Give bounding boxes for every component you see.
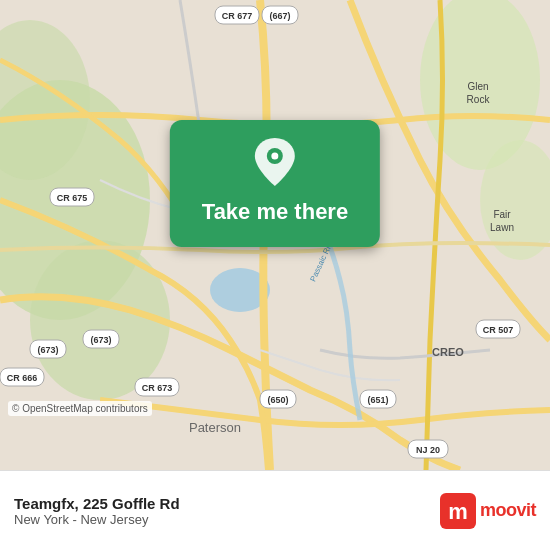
svg-text:CR 677: CR 677 xyxy=(222,11,253,21)
svg-text:Glen: Glen xyxy=(467,81,488,92)
svg-text:Fair: Fair xyxy=(493,209,511,220)
cta-label: Take me there xyxy=(202,199,348,229)
svg-text:m: m xyxy=(448,499,468,524)
moovit-icon: m xyxy=(440,493,476,529)
svg-text:(673): (673) xyxy=(37,345,58,355)
svg-point-2 xyxy=(30,240,170,400)
svg-text:Rock: Rock xyxy=(467,94,491,105)
svg-text:CR 673: CR 673 xyxy=(142,383,173,393)
svg-text:CR 507: CR 507 xyxy=(483,325,514,335)
moovit-text: moovit xyxy=(480,500,536,521)
destination-info: Teamgfx, 225 Goffle Rd New York - New Je… xyxy=(14,495,440,527)
svg-text:(650): (650) xyxy=(267,395,288,405)
osm-credit: © OpenStreetMap contributors xyxy=(8,401,152,416)
svg-point-36 xyxy=(272,153,279,160)
cta-overlay: Take me there xyxy=(170,120,380,247)
destination-detail: New York - New Jersey xyxy=(14,512,440,527)
svg-text:(667): (667) xyxy=(269,11,290,21)
bottom-bar: Teamgfx, 225 Goffle Rd New York - New Je… xyxy=(0,470,550,550)
take-me-there-button[interactable]: Take me there xyxy=(170,120,380,247)
svg-text:CR 675: CR 675 xyxy=(57,193,88,203)
moovit-logo: m moovit xyxy=(440,493,536,529)
svg-text:(673): (673) xyxy=(90,335,111,345)
svg-text:Paterson: Paterson xyxy=(189,420,241,435)
map-container: CR 677 CR 675 (667) (673) CR 673 CR 666 … xyxy=(0,0,550,470)
svg-text:Lawn: Lawn xyxy=(490,222,514,233)
svg-text:CR 666: CR 666 xyxy=(7,373,38,383)
svg-text:NJ 20: NJ 20 xyxy=(416,445,440,455)
svg-text:(651): (651) xyxy=(367,395,388,405)
destination-name: Teamgfx, 225 Goffle Rd xyxy=(14,495,440,512)
location-pin-icon xyxy=(253,136,297,191)
